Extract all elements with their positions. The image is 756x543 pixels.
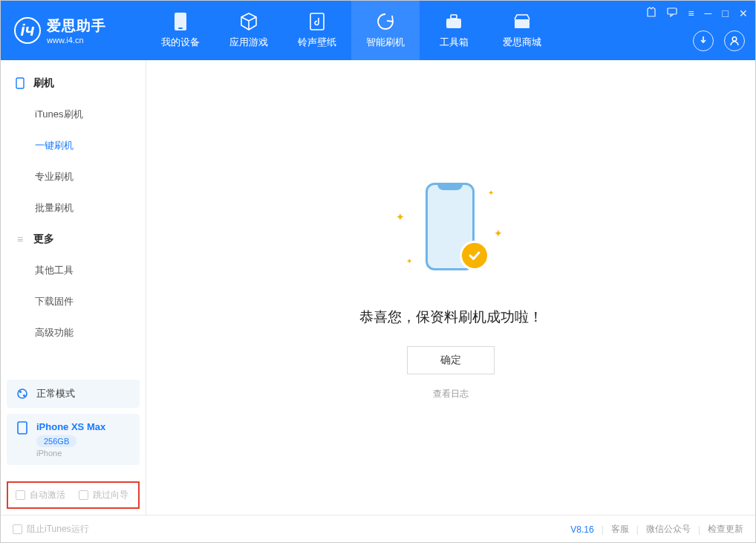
tab-label: 工具箱 — [440, 36, 469, 49]
highlighted-options-row: 自动激活 跳过向导 — [7, 481, 140, 509]
tab-apps[interactable]: 应用游戏 — [215, 1, 283, 60]
sidebar-item-firmware[interactable]: 下载固件 — [1, 286, 146, 317]
footer: 阻止iTunes运行 V8.16 | 客服 | 微信公众号 | 检查更新 — [1, 515, 755, 543]
close-icon[interactable]: ✕ — [739, 7, 748, 19]
sidebar-item-onekey[interactable]: 一键刷机 — [1, 130, 146, 161]
more-icon: ≡ — [14, 233, 26, 245]
footer-link-support[interactable]: 客服 — [611, 523, 629, 536]
device-boxes: 正常模式 iPhone XS Max 256GB iPhone — [1, 374, 146, 477]
header-right-buttons — [693, 30, 745, 51]
device-icon — [171, 12, 190, 31]
svg-rect-8 — [16, 78, 24, 88]
svg-point-10 — [19, 391, 22, 393]
svg-point-7 — [732, 37, 737, 42]
sidebar-item-advanced[interactable]: 高级功能 — [1, 317, 146, 348]
checkbox-icon — [79, 490, 88, 500]
tab-label: 应用游戏 — [229, 36, 268, 49]
feedback-icon[interactable] — [667, 7, 677, 19]
tab-store[interactable]: 爱思商城 — [488, 1, 556, 60]
category-label: 更多 — [33, 233, 54, 246]
sidebar-item-batch[interactable]: 批量刷机 — [1, 192, 146, 224]
titlebar-controls: ≡ ─ □ ✕ — [646, 7, 748, 19]
checkbox-icon — [13, 524, 22, 534]
maximize-icon[interactable]: □ — [723, 7, 729, 19]
checkbox-label: 自动激活 — [30, 489, 65, 501]
device-mode-label: 正常模式 — [36, 387, 75, 400]
tab-my-device[interactable]: 我的设备 — [146, 1, 215, 60]
store-icon — [512, 12, 532, 31]
logo-area: iч 爱思助手 www.i4.cn — [1, 16, 146, 45]
main-content: ✦ ✦ ✦ ✦ 恭喜您，保资料刷机成功啦！ 确定 查看日志 — [146, 60, 755, 515]
sidebar-item-other-tools[interactable]: 其他工具 — [1, 255, 146, 286]
logo-text: 爱思助手 www.i4.cn — [47, 16, 106, 45]
tab-toolbox[interactable]: 工具箱 — [420, 1, 488, 60]
tab-flash[interactable]: 智能刷机 — [351, 1, 420, 60]
app-url: www.i4.cn — [47, 36, 106, 45]
version-label: V8.16 — [570, 524, 593, 535]
svg-rect-12 — [18, 422, 27, 434]
tab-label: 铃声壁纸 — [298, 36, 336, 49]
svg-rect-3 — [446, 19, 461, 28]
tab-label: 我的设备 — [161, 36, 200, 49]
sidebar: 刷机 iTunes刷机 一键刷机 专业刷机 批量刷机 ≡ 更多 其他工具 下载固… — [1, 60, 146, 515]
device-mode-box[interactable]: 正常模式 — [7, 380, 140, 408]
checkbox-block-itunes[interactable]: 阻止iTunes运行 — [13, 523, 89, 536]
nav-tabs: 我的设备 应用游戏 铃声壁纸 智能刷机 工具箱 爱思商城 — [146, 1, 556, 60]
footer-link-update[interactable]: 检查更新 — [708, 523, 743, 536]
checkbox-label: 跳过向导 — [93, 489, 128, 501]
device-info-box[interactable]: iPhone XS Max 256GB iPhone — [7, 414, 140, 465]
footer-link-wechat[interactable]: 微信公众号 — [646, 523, 691, 536]
checkbox-skip-guide[interactable]: 跳过向导 — [79, 489, 128, 501]
tab-label: 爱思商城 — [503, 36, 541, 49]
phone-icon — [14, 77, 26, 89]
mode-icon — [16, 387, 29, 400]
music-file-icon — [307, 12, 327, 31]
svg-rect-2 — [310, 13, 324, 30]
success-illustration: ✦ ✦ ✦ ✦ — [391, 175, 510, 287]
success-check-icon — [460, 241, 489, 270]
svg-rect-5 — [515, 19, 529, 28]
user-button[interactable] — [724, 30, 745, 51]
sidebar-category-flash: 刷机 — [1, 68, 146, 99]
view-log-link[interactable]: 查看日志 — [433, 388, 469, 400]
svg-rect-6 — [668, 8, 677, 14]
svg-rect-1 — [178, 27, 183, 29]
ok-button[interactable]: 确定 — [407, 346, 495, 374]
device-storage-badge: 256GB — [36, 435, 76, 447]
logo-icon: iч — [14, 17, 41, 44]
svg-point-9 — [18, 389, 27, 398]
body-area: 刷机 iTunes刷机 一键刷机 专业刷机 批量刷机 ≡ 更多 其他工具 下载固… — [1, 60, 755, 515]
toolbox-icon — [444, 12, 463, 31]
app-header: iч 爱思助手 www.i4.cn 我的设备 应用游戏 铃声壁纸 智能刷机 工具… — [1, 1, 755, 60]
sparkle-icon: ✦ — [494, 227, 503, 239]
svg-rect-4 — [451, 15, 457, 19]
tab-label: 智能刷机 — [366, 36, 405, 49]
checkbox-icon — [16, 490, 25, 500]
svg-point-11 — [23, 394, 25, 397]
sparkle-icon: ✦ — [406, 257, 412, 265]
device-phone-icon — [16, 421, 29, 435]
menu-icon[interactable]: ≡ — [688, 7, 694, 19]
sidebar-item-pro[interactable]: 专业刷机 — [1, 161, 146, 192]
minimize-icon[interactable]: ─ — [705, 7, 712, 19]
download-button[interactable] — [693, 30, 714, 51]
skin-icon[interactable] — [646, 7, 656, 19]
device-name: iPhone XS Max — [36, 421, 105, 432]
device-type: iPhone — [36, 449, 105, 458]
cube-icon — [239, 12, 258, 31]
category-label: 刷机 — [33, 77, 54, 90]
tab-ringtones[interactable]: 铃声壁纸 — [283, 1, 351, 60]
sidebar-item-itunes[interactable]: iTunes刷机 — [1, 99, 146, 130]
refresh-shield-icon — [376, 12, 395, 31]
app-name: 爱思助手 — [47, 16, 106, 36]
sparkle-icon: ✦ — [488, 189, 494, 197]
checkbox-auto-activate[interactable]: 自动激活 — [16, 489, 65, 501]
checkbox-label: 阻止iTunes运行 — [27, 523, 89, 536]
success-message: 恭喜您，保资料刷机成功啦！ — [359, 308, 543, 327]
sidebar-category-more: ≡ 更多 — [1, 224, 146, 255]
sparkle-icon: ✦ — [396, 211, 405, 223]
